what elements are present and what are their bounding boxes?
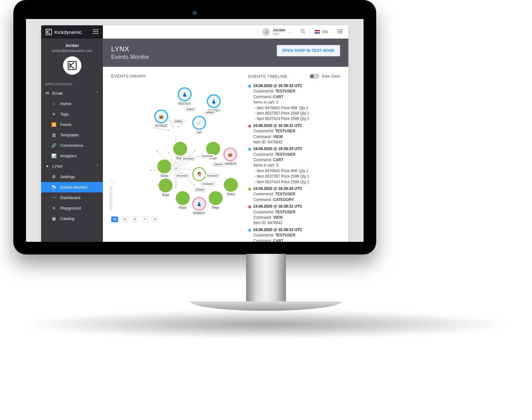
page-titlebar: LYNX Events Monitor OPEN SHOP IN TEST MO… — [103, 39, 348, 67]
timeline-detail: Items in cart: 3 — [253, 163, 340, 168]
sidebar-item-tags[interactable]: ≡ Tags — [41, 109, 103, 119]
sidebar-item-templates[interactable]: ▥ Templates — [41, 130, 103, 140]
search-button[interactable] — [296, 25, 309, 39]
graph-node-product[interactable]: 👗6537357 — [207, 94, 221, 112]
timeline-detail: Command: CATEGORY — [253, 197, 340, 203]
sidebar-item-analytics[interactable]: 📊 Analytics — [41, 151, 103, 161]
tool-undo-icon[interactable]: ↶ — [142, 216, 149, 222]
brand-name: Kickdynamic — [54, 29, 82, 35]
sidebar-item-feeds[interactable]: 📶 Feeds — [41, 119, 103, 130]
edge-label: added — [204, 110, 216, 115]
analytics-icon: 📊 — [51, 154, 56, 158]
edge-label: browsed — [200, 182, 216, 186]
sidebar-item-playground[interactable]: ⚛ Playground — [41, 203, 103, 213]
tool-copy-icon[interactable]: ⧉ — [121, 216, 128, 222]
graph-node-category[interactable]: Bags — [159, 179, 173, 197]
svg-point-4 — [337, 31, 338, 32]
edge-label: viewed — [193, 187, 206, 192]
timeline-timestamp: 24.06.2020 @ 16:38:31 UTC — [253, 123, 340, 129]
sidebar-item-catalog[interactable]: ▦ Catalog — [41, 213, 103, 224]
zoom-slider[interactable] — [109, 182, 112, 211]
graph-node-cart[interactable]: 🛒cart — [192, 116, 206, 134]
tool-email-icon[interactable]: ✉ — [111, 216, 118, 222]
list-view-button[interactable] — [333, 25, 346, 39]
graph-node-category[interactable]: Bags — [209, 191, 223, 209]
user-role: User — [273, 32, 285, 36]
email-icon: ✉ — [46, 91, 49, 96]
edge-label: added — [184, 107, 196, 111]
profile-email: jordan@kickdynamic.com — [41, 49, 103, 53]
timeline-detail: Command: CART — [253, 157, 340, 163]
sidebar-item-dashboard[interactable]: 〰 Dashboard — [41, 192, 103, 203]
sidebar-item-connections[interactable]: 🔗 Connections — [41, 140, 103, 151]
sidebar-item-label: Templates — [60, 133, 79, 137]
user-menu[interactable]: J Jordan User ⌄ — [258, 25, 295, 39]
graph-node-user[interactable]: 🧑‍💼 — [192, 167, 206, 181]
profile-name: Jordan — [41, 43, 103, 48]
timeline-detail: CustomerId: TESTUSER — [253, 89, 340, 94]
sidebar-item-label: Feeds — [60, 122, 72, 127]
timeline-detail: - Item 6476642 Price 999 Qty 1 — [253, 168, 340, 174]
status-dot-icon — [248, 229, 251, 232]
page-title: LYNX — [111, 45, 149, 53]
graph-node-product[interactable]: 👗6537424 — [178, 87, 192, 105]
sidebar-item-label: Settings — [60, 174, 75, 179]
timeline-detail: Command: CART — [253, 94, 340, 100]
playground-icon: ⚛ — [51, 206, 56, 210]
tool-refresh-icon[interactable]: ⟳ — [131, 216, 138, 222]
profile-avatar[interactable] — [63, 56, 81, 75]
sidebar: Kickdynamic Jordan jordan@kickdynamic.co… — [41, 25, 103, 242]
graph-node-category[interactable]: Skirts — [157, 160, 171, 178]
events-timeline[interactable]: 24.06.2020 @ 16:38:33 UTCCustomerId: TES… — [248, 83, 340, 242]
timeline-detail: - Item 6476642 Price 999 Qty 1 — [253, 105, 340, 111]
svg-rect-1 — [68, 61, 76, 70]
timeline-detail: CustomerId: TESTUSER — [253, 129, 340, 134]
tool-mail-icon[interactable]: ✉ — [152, 216, 159, 222]
sidebar-item-settings[interactable]: ⚙ Settings — [41, 172, 103, 182]
timeline-item[interactable]: 24.06.2020 @ 16:38:33 UTCCustomerId: TES… — [248, 227, 340, 242]
graph-node-product[interactable]: 👜6476642 — [154, 110, 168, 128]
chevron-up-icon: ˄ — [96, 91, 98, 96]
timeline-detail: - Item 6537357 Price 2599 Qty 1 — [253, 111, 340, 116]
status-dot-icon — [248, 188, 251, 191]
language-switch[interactable]: EN — [311, 25, 332, 39]
nav-group-email[interactable]: ✉ Email ˄ — [41, 88, 103, 98]
raw-data-label: Raw Data — [322, 74, 340, 78]
sidebar-item-label: Dashboard — [60, 195, 80, 200]
events-graph[interactable]: 👗6537424 👗6537357 👜6476642 🛒cart — [111, 83, 241, 222]
raw-data-toggle[interactable] — [309, 74, 320, 79]
nav-group-lynx[interactable]: ✦ LYNX ˄ — [41, 161, 103, 172]
language-label: EN — [322, 30, 328, 34]
graph-node-viewed[interactable]: 👗6544821 — [192, 197, 206, 215]
sidebar-item-label: Tags — [60, 112, 69, 116]
status-dot-icon — [248, 148, 251, 151]
timeline-detail: Command: VIEW — [253, 134, 340, 140]
topbar: J Jordan User ⌄ — [103, 25, 348, 39]
graph-node-category[interactable]: Skirts — [224, 178, 238, 196]
sidebar-item-label: Playground — [60, 206, 81, 210]
list-icon — [337, 29, 343, 34]
open-shop-button[interactable]: OPEN SHOP IN TEST MODE — [277, 45, 340, 56]
menu-toggle-icon[interactable] — [93, 29, 98, 35]
sidebar-item-label: Home — [60, 101, 71, 106]
svg-point-2 — [301, 29, 304, 32]
lynx-icon: ✦ — [46, 164, 49, 169]
timeline-item[interactable]: 24.06.2020 @ 16:38:28 UTCCustomerId: TES… — [248, 186, 340, 203]
timeline-detail: Items in cart: 3 — [253, 100, 340, 105]
edge-label: added — [172, 119, 184, 123]
svg-point-3 — [337, 29, 338, 30]
sidebar-item-home[interactable]: ⌂ Home — [41, 98, 103, 109]
timeline-item[interactable]: 24.06.2020 @ 16:38:33 UTCCustomerId: TES… — [248, 83, 340, 122]
dashboard-icon: 〰 — [51, 195, 56, 200]
graph-section-title: EVENTS GRAPH — [111, 74, 241, 78]
graph-node-category[interactable]: Bags — [176, 191, 190, 209]
svg-point-5 — [337, 33, 338, 34]
graph-node-viewed[interactable]: 👜6484529 — [223, 147, 237, 166]
timeline-timestamp: 24.06.2020 @ 16:38:33 UTC — [253, 146, 340, 152]
timeline-item[interactable]: 24.06.2020 @ 16:38:33 UTCCustomerId: TES… — [248, 146, 340, 185]
sidebar-item-events-monitor[interactable]: 📡 Events Monitor — [41, 182, 103, 192]
timeline-item[interactable]: 24.06.2020 @ 16:38:31 UTCCustomerId: TES… — [248, 123, 340, 145]
timeline-item[interactable]: 24.06.2020 @ 16:38:31 UTCCustomerId: TES… — [248, 204, 340, 226]
templates-icon: ▥ — [51, 133, 56, 137]
feeds-icon: 📶 — [51, 122, 56, 127]
